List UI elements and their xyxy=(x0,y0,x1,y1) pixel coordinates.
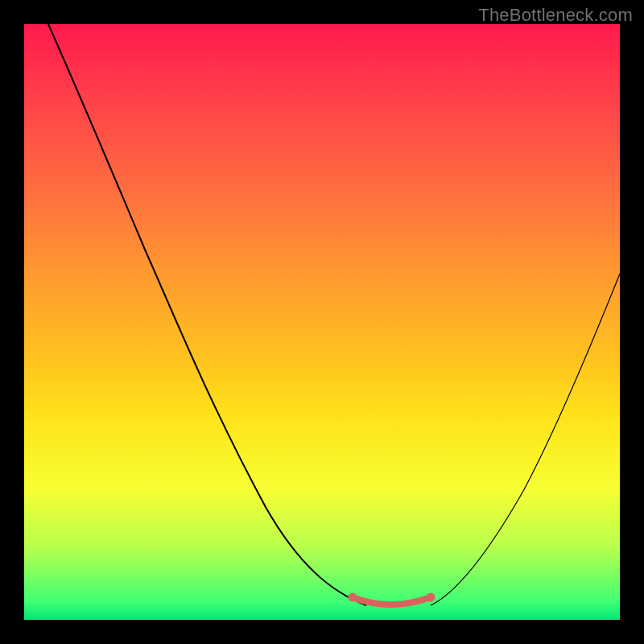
plot-area xyxy=(24,24,620,620)
valley-dot-left xyxy=(349,593,357,602)
chart-frame: TheBottleneck.com xyxy=(0,0,644,644)
plot-svg xyxy=(24,24,620,620)
valley-highlight xyxy=(353,597,431,605)
watermark-text: TheBottleneck.com xyxy=(478,5,633,26)
valley-dot-right xyxy=(427,593,436,602)
right-curve xyxy=(431,274,620,605)
left-curve xyxy=(48,24,366,605)
